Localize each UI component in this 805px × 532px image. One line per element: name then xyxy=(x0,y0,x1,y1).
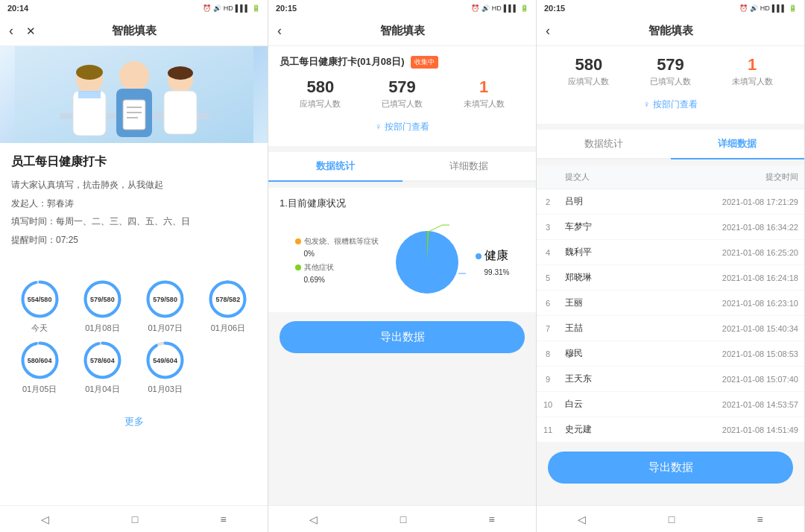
circle-item: 579/580 01月07日 xyxy=(137,279,194,334)
table-row[interactable]: 7 王喆 2021-01-08 15:40:34 xyxy=(537,316,804,341)
table-row[interactable]: 11 史元建 2021-01-08 14:51:49 xyxy=(537,417,804,443)
td-time: 2021-01-08 16:23:10 xyxy=(660,293,804,314)
table-header: 提交人 提交时间 xyxy=(537,165,804,189)
circle-item: 549/604 01月03日 xyxy=(137,340,194,395)
circle-label: 01月05日 xyxy=(22,384,57,395)
td-num: 6 xyxy=(537,293,559,314)
legend-3: 健康 xyxy=(476,248,510,264)
table-row[interactable]: 8 穆民 2021-01-08 15:08:53 xyxy=(537,341,804,367)
time-3: 20:15 xyxy=(544,4,565,13)
legend-dot-1 xyxy=(295,238,301,244)
nav-back-btn-3[interactable]: ◁ xyxy=(566,509,597,530)
stat-filled-label: 已填写人数 xyxy=(382,98,423,110)
circle-ring: 579/580 xyxy=(82,279,123,320)
table-row[interactable]: 2 吕明 2021-01-08 17:21:29 xyxy=(537,189,804,215)
stats-header-card-3: 580 应填写人数 579 已填写人数 1 未填写人数 按部门查看 xyxy=(537,46,804,124)
pct-3: 99.31% xyxy=(484,268,510,276)
back-button-2[interactable]: ‹ xyxy=(277,23,282,39)
nav-home-btn-2[interactable]: □ xyxy=(389,509,417,530)
tab-stats-2[interactable]: 数据统计 xyxy=(268,152,402,182)
stats-row-2: 580 应填写人数 579 已填写人数 1 未填写人数 xyxy=(280,77,525,110)
nav-menu-btn-2[interactable]: ≡ xyxy=(478,509,506,530)
tab-detail-3[interactable]: 详细数据 xyxy=(671,130,805,159)
legend-1: 包发烧、很糟糕等症状 xyxy=(295,236,379,247)
nav-back-btn-2[interactable]: ◁ xyxy=(298,509,329,530)
dept-link-3[interactable]: 按部门查看 xyxy=(548,95,793,115)
td-num: 10 xyxy=(537,394,559,415)
more-link[interactable]: 更多 xyxy=(0,406,268,437)
table-row[interactable]: 10 白云 2021-01-08 14:53:57 xyxy=(537,392,804,417)
td-num: 9 xyxy=(537,369,559,390)
export-button-2[interactable]: 导出数据 xyxy=(280,321,525,353)
td-time: 2021-01-08 14:53:57 xyxy=(660,394,804,415)
td-num: 7 xyxy=(537,318,559,339)
nav-home-btn-1[interactable]: □ xyxy=(121,509,149,530)
status-icons-2: ⏰ 🔊 HD ▌▌▌ 🔋 xyxy=(471,4,528,12)
circle-label: 01月08日 xyxy=(85,323,119,334)
td-name: 史元建 xyxy=(559,417,660,442)
status-icons-3: ⏰ 🔊 HD ▌▌▌ 🔋 xyxy=(739,4,797,12)
td-time: 2021-01-08 16:24:18 xyxy=(660,267,804,288)
svg-point-5 xyxy=(119,61,149,91)
back-button-1[interactable]: ‹ xyxy=(9,23,13,39)
stat-unfilled-label-3: 未填写人数 xyxy=(732,76,773,87)
nav-title-1: 智能填表 xyxy=(112,24,157,38)
table-row[interactable]: 3 车梦宁 2021-01-08 16:34:22 xyxy=(537,215,804,240)
stat-total-num: 580 xyxy=(300,77,341,97)
stat-unfilled-3: 1 未填写人数 xyxy=(732,55,773,87)
close-button-1[interactable]: ✕ xyxy=(26,25,36,38)
nav-back-btn-1[interactable]: ◁ xyxy=(30,509,60,530)
form-title-main: 员工每日健康打卡 xyxy=(11,154,256,170)
td-name: 吕明 xyxy=(559,189,660,214)
td-time: 2021-01-08 15:40:34 xyxy=(660,318,804,339)
td-name: 穆民 xyxy=(559,341,660,366)
tab-stats-3[interactable]: 数据统计 xyxy=(537,130,671,159)
circle-label: 01月07日 xyxy=(148,323,182,334)
form-header-title: 员工每日健康打卡(01月08日) xyxy=(280,55,405,69)
td-name: 白云 xyxy=(559,392,660,417)
table-row[interactable]: 4 魏利平 2021-01-08 16:25:20 xyxy=(537,240,804,265)
td-time: 2021-01-08 16:34:22 xyxy=(660,217,804,238)
nav-home-btn-3[interactable]: □ xyxy=(657,509,686,530)
pie-legend: 包发烧、很糟糕等症状 0% 其他症状 0.69% xyxy=(295,236,379,288)
stat-filled-3: 579 已填写人数 xyxy=(650,55,691,87)
legend-2: 其他症状 xyxy=(295,262,379,273)
health-legend: 健康 99.31% xyxy=(476,248,510,276)
circle-ring: 578/604 xyxy=(82,340,123,381)
nav-title-3: 智能填表 xyxy=(648,24,693,38)
table-rows-container: 2 吕明 2021-01-08 17:21:29 3 车梦宁 2021-01-0… xyxy=(537,189,804,443)
stats-header-card: 员工每日健康打卡(01月08日) 收集中 580 应填写人数 579 已填写人数… xyxy=(268,46,536,146)
circle-label: 今天 xyxy=(31,323,48,334)
circle-label: 01月06日 xyxy=(211,323,245,334)
export-button-3[interactable]: 导出数据 xyxy=(548,452,793,484)
legend-dot-3 xyxy=(476,253,482,259)
bottom-nav-1: ◁ □ ≡ xyxy=(0,505,268,532)
table-row[interactable]: 5 郑晓琳 2021-01-08 16:24:18 xyxy=(537,265,804,291)
tab-detail-2[interactable]: 详细数据 xyxy=(402,152,537,182)
td-num: 4 xyxy=(537,242,559,263)
circle-ring: 554/580 xyxy=(19,279,60,320)
td-name: 王喆 xyxy=(559,316,660,341)
circle-label: 01月03日 xyxy=(148,384,182,395)
form-header-row: 员工每日健康打卡(01月08日) 收集中 xyxy=(280,55,525,69)
td-num: 5 xyxy=(537,267,559,288)
stat-total-label: 应填写人数 xyxy=(300,98,341,110)
desc-line1: 请大家认真填写，抗击肺炎，从我做起 xyxy=(11,177,256,194)
stat-total-label-3: 应填写人数 xyxy=(568,76,609,87)
table-row[interactable]: 6 王丽 2021-01-08 16:23:10 xyxy=(537,291,804,316)
nav-bar-1: ‹ ✕ 智能填表 xyxy=(0,16,268,46)
chart-title: 1.目前健康状况 xyxy=(280,197,525,210)
td-name: 王天东 xyxy=(559,367,660,391)
dept-link-2[interactable]: 按部门查看 xyxy=(280,117,525,137)
td-num: 8 xyxy=(537,343,559,364)
td-time: 2021-01-08 15:08:53 xyxy=(660,343,804,364)
stat-filled-num: 579 xyxy=(382,77,423,97)
legend-dot-2 xyxy=(295,265,301,270)
stat-filled: 579 已填写人数 xyxy=(382,77,423,110)
table-row[interactable]: 9 王天东 2021-01-08 15:07:40 xyxy=(537,367,804,392)
back-button-3[interactable]: ‹ xyxy=(546,23,550,39)
svg-line-16 xyxy=(429,225,442,232)
nav-menu-btn-1[interactable]: ≡ xyxy=(209,509,238,530)
stat-unfilled: 1 未填写人数 xyxy=(464,77,505,110)
nav-menu-btn-3[interactable]: ≡ xyxy=(746,509,774,530)
